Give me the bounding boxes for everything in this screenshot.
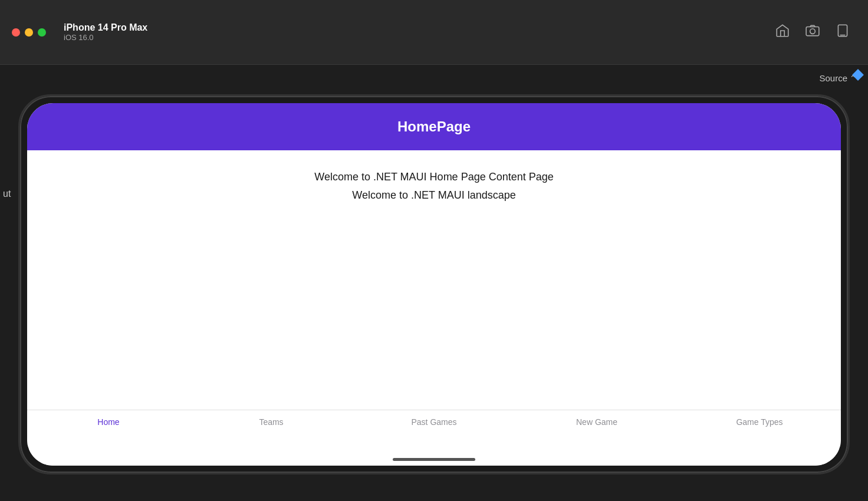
partial-text: ut [3, 189, 11, 199]
tab-past-games[interactable]: Past Games [353, 417, 515, 427]
tab-past-games-label: Past Games [411, 417, 456, 427]
top-bar: iPhone 14 Pro Max iOS 16.0 [0, 0, 868, 65]
close-button[interactable] [12, 28, 20, 37]
minimize-button[interactable] [25, 28, 33, 37]
tab-game-types-label: Game Types [736, 417, 782, 427]
welcome-line1: Welcome to .NET MAUI Home Page Content P… [314, 168, 554, 186]
rotate-icon[interactable] [835, 23, 850, 42]
svg-point-1 [810, 28, 816, 34]
device-info: iPhone 14 Pro Max iOS 16.0 [64, 22, 147, 42]
device-name: iPhone 14 Pro Max [64, 22, 147, 33]
iphone-screen: HomePage Welcome to .NET MAUI Home Page … [27, 103, 841, 466]
device-os: iOS 16.0 [64, 33, 147, 42]
nav-title: HomePage [397, 118, 471, 135]
content-area: Welcome to .NET MAUI Home Page Content P… [27, 150, 841, 410]
tab-game-types[interactable]: Game Types [678, 417, 841, 427]
welcome-text: Welcome to .NET MAUI Home Page Content P… [314, 168, 554, 204]
tab-teams[interactable]: Teams [190, 417, 353, 427]
side-button [848, 221, 850, 327]
simulator-area: ut HomePage Welcome to .NET MAUI Home Pa… [0, 91, 868, 501]
source-label[interactable]: Source ⌃ [819, 73, 856, 83]
tab-home[interactable]: Home [27, 417, 190, 427]
tab-new-game-label: New Game [576, 417, 617, 427]
tab-home-label: Home [97, 417, 119, 427]
source-text: Source [819, 73, 847, 83]
navigation-bar: HomePage [27, 103, 841, 150]
tab-teams-label: Teams [259, 417, 283, 427]
home-icon[interactable] [775, 23, 790, 42]
toolbar-icons [775, 23, 850, 42]
traffic-lights [12, 28, 46, 37]
svg-rect-0 [806, 27, 819, 35]
tab-new-game[interactable]: New Game [515, 417, 678, 427]
iphone-frame: HomePage Welcome to .NET MAUI Home Page … [18, 94, 850, 474]
maximize-button[interactable] [38, 28, 46, 37]
source-bar: Source ⌃ [0, 65, 868, 91]
camera-icon[interactable] [805, 23, 820, 42]
tab-bar: Home Teams Past Games New Game Game Type… [27, 410, 841, 466]
welcome-line2: Welcome to .NET MAUI landscape [314, 186, 554, 205]
home-indicator [393, 458, 475, 461]
